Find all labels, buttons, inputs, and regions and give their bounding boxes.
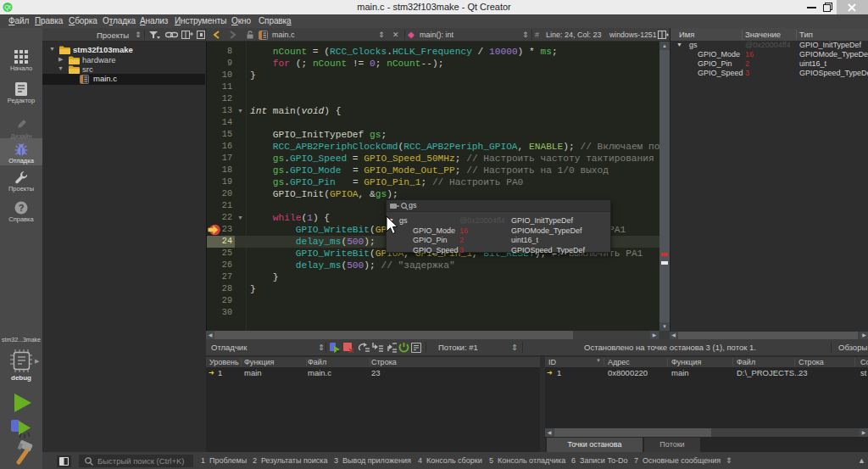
svg-text:Qt: Qt	[4, 4, 10, 11]
svg-text:?: ?	[19, 203, 25, 213]
